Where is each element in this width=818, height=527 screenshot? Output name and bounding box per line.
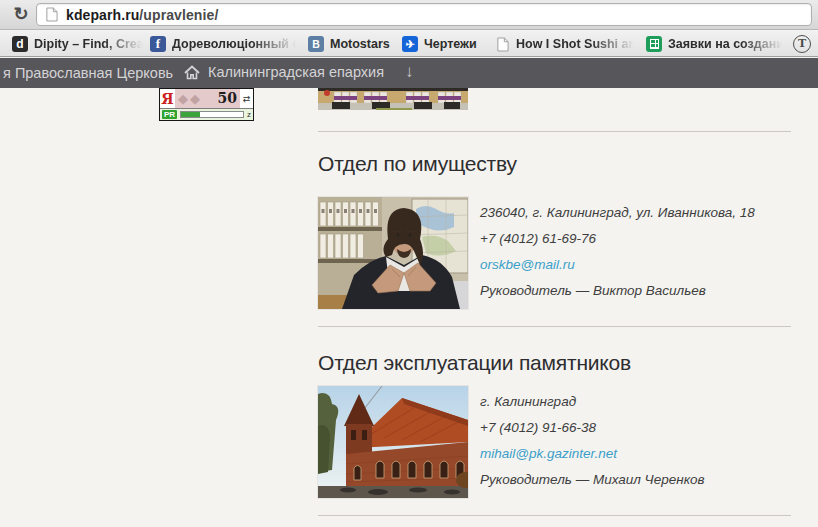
nav-home-link[interactable]: Калининградская епархия [184, 64, 384, 80]
bookmark-label: Заявки на создание [668, 37, 786, 51]
bookmarks-bar: d Dipity – Find, Create f Дореволюціонны… [0, 31, 818, 57]
refresh-icon[interactable]: ⇄ [240, 89, 253, 108]
pr-progress-bar [180, 111, 244, 118]
counter-z-label: z [247, 110, 251, 119]
page-favicon-icon [45, 7, 58, 22]
page-content: Я ◆◆ 50 ⇄ PR z [0, 88, 818, 527]
site-navbar: я Православная Церковь Калининградская е… [0, 58, 818, 88]
bookmark-label: How I Shot Sushi and [516, 37, 638, 51]
yandex-icon: Я [160, 89, 175, 108]
phone-line: +7 (4012) 61-69-76 [480, 226, 800, 252]
phone-line: +7 (4012) 91-66-38 [480, 415, 800, 441]
reload-icon[interactable]: ↻ [9, 2, 33, 26]
diamond-pattern: ◆◆ [178, 91, 202, 106]
scroll-down-icon[interactable]: ↓ [405, 62, 414, 82]
email-link[interactable]: orskbe@mail.ru [480, 257, 575, 272]
browser-window: ↻ kdeparh.ru/upravlenie/ d Dipity – Find… [0, 0, 818, 527]
facebook-icon: f [150, 36, 166, 52]
section-divider [318, 326, 791, 327]
browser-toolbar: ↻ kdeparh.ru/upravlenie/ [0, 0, 818, 30]
section-info: г. Калининград +7 (4012) 91-66-38 mihail… [480, 389, 800, 493]
section-title: Отдел эксплуатации памятников [318, 351, 631, 375]
counter-value-area: ◆◆ 50 [175, 89, 240, 108]
address-bar[interactable]: kdeparh.ru/upravlenie/ [36, 3, 812, 26]
address-line: 236040, г. Калининград, ул. Иванникова, … [480, 200, 800, 226]
bookmark-label: Дореволюціонный С [172, 37, 300, 51]
dipity-icon: d [12, 36, 28, 52]
pr-progress-fill [181, 112, 200, 117]
pr-badge: PR [162, 110, 177, 119]
rating-counter-widget[interactable]: Я ◆◆ 50 ⇄ PR z [159, 88, 254, 121]
section-title: Отдел по имуществу [318, 152, 517, 176]
counter-pr-row: PR z [160, 108, 253, 120]
url-domain: kdeparh.ru [66, 7, 139, 23]
bookmarks-overflow-icon[interactable]: T [793, 35, 811, 53]
bookmark-label: Motostars [330, 37, 390, 51]
nav-church-link[interactable]: я Православная Церковь [3, 65, 173, 81]
url-text: kdeparh.ru/upravlenie/ [66, 7, 218, 23]
head-line: Руководитель — Виктор Васильев [480, 278, 800, 304]
previous-section-photo-cut [318, 88, 468, 110]
counter-top-row: Я ◆◆ 50 ⇄ [160, 89, 253, 108]
bookmark-zayavki[interactable]: Заявки на создание [646, 35, 786, 53]
bookmark-label: Чертежи [424, 37, 477, 51]
home-icon [184, 65, 200, 80]
section-divider [318, 515, 791, 516]
url-path: /upravlenie/ [139, 7, 218, 23]
section-info: 236040, г. Калининград, ул. Иванникова, … [480, 200, 800, 304]
bookmark-label: Dipity – Find, Create [34, 37, 146, 51]
spreadsheet-icon [646, 36, 662, 52]
bookmark-sushi[interactable]: How I Shot Sushi and [494, 35, 638, 53]
bookmark-motostars[interactable]: B Motostars [308, 35, 390, 53]
bookmark-chertezhi[interactable]: ✈ Чертежи [402, 35, 477, 53]
b-badge-icon: B [308, 36, 324, 52]
email-link[interactable]: mihail@pk.gazinter.net [480, 446, 617, 461]
document-icon [494, 36, 510, 52]
department-head-photo [318, 197, 468, 309]
bookmark-facebook[interactable]: f Дореволюціонный С [150, 35, 300, 53]
nav-site-title: Калининградская епархия [208, 64, 384, 80]
section-divider [318, 131, 791, 132]
bookmark-dipity[interactable]: d Dipity – Find, Create [12, 35, 146, 53]
address-line: г. Калининград [480, 389, 800, 415]
airplane-icon: ✈ [402, 36, 418, 52]
counter-value: 50 [218, 90, 237, 106]
church-photo [318, 386, 468, 498]
head-line: Руководитель — Михаил Черенков [480, 467, 800, 493]
